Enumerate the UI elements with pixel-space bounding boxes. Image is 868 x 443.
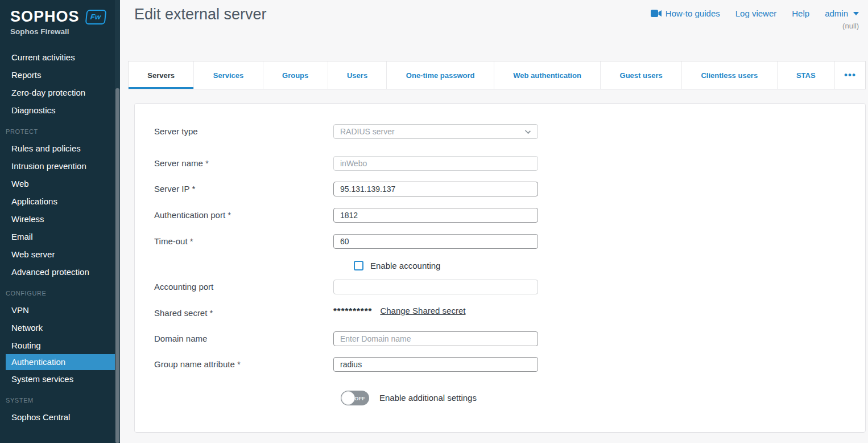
sidebar-item-system-services[interactable]: System services bbox=[0, 370, 115, 388]
sidebar-scrollbar-thumb[interactable] bbox=[115, 88, 119, 443]
server-type-select[interactable]: RADIUS server bbox=[333, 124, 538, 139]
sidebar-scrollbar[interactable] bbox=[115, 0, 120, 443]
tab-clientless-users[interactable]: Clientless users bbox=[681, 61, 776, 89]
top-links: How-to guides Log viewer Help admin bbox=[651, 9, 859, 18]
sidebar-item-wireless[interactable]: Wireless bbox=[0, 210, 115, 228]
sidebar-item-zero-day-protection[interactable]: Zero-day protection bbox=[0, 84, 115, 101]
group-name-attribute-input[interactable] bbox=[333, 357, 538, 372]
help-link[interactable]: Help bbox=[792, 9, 809, 18]
shared-secret-label: Shared secret * bbox=[154, 306, 333, 321]
toggle-off-text: OFF bbox=[354, 395, 365, 401]
tab-groups[interactable]: Groups bbox=[263, 61, 328, 89]
tab-one-time-password[interactable]: One-time password bbox=[386, 61, 493, 89]
timeout-label: Time-out * bbox=[154, 234, 333, 249]
server-ip-label: Server IP * bbox=[154, 182, 333, 196]
enable-accounting-label: Enable accounting bbox=[370, 261, 440, 271]
sidebar-item-network[interactable]: Network bbox=[0, 319, 115, 337]
product-name: Sophos Firewall bbox=[10, 27, 115, 36]
server-ip-input[interactable] bbox=[333, 182, 538, 196]
help-label: Help bbox=[792, 9, 809, 18]
server-name-input[interactable] bbox=[333, 156, 538, 171]
authentication-port-label: Authentication port * bbox=[154, 208, 333, 223]
accounting-port-input[interactable] bbox=[333, 280, 538, 294]
admin-menu[interactable]: admin bbox=[825, 9, 859, 18]
sidebar-item-reports[interactable]: Reports bbox=[0, 66, 115, 84]
group-name-attribute-label: Group name attribute * bbox=[154, 357, 333, 372]
sidebar-item-routing[interactable]: Routing bbox=[0, 337, 115, 354]
section-label-configure: CONFIGURE bbox=[0, 290, 115, 297]
sophos-logo: SOPHOS bbox=[10, 8, 80, 26]
tab-stas[interactable]: STAS bbox=[777, 61, 834, 89]
tab-more-ellipsis[interactable]: ••• bbox=[834, 61, 865, 89]
sidebar-item-web-server[interactable]: Web server bbox=[0, 245, 115, 263]
video-camera-icon bbox=[651, 10, 662, 17]
sidebar-item-current-activities[interactable]: Current activities bbox=[0, 48, 115, 66]
user-context-text: (null) bbox=[842, 22, 859, 30]
sidebar-item-vpn[interactable]: VPN bbox=[0, 301, 115, 319]
sidebar-item-advanced-protection[interactable]: Advanced protection bbox=[0, 263, 115, 281]
sidebar-item-rules-and-policies[interactable]: Rules and policies bbox=[0, 140, 115, 157]
caret-down-icon bbox=[853, 12, 859, 15]
enable-accounting-checkbox[interactable] bbox=[354, 261, 363, 270]
timeout-input[interactable] bbox=[333, 234, 538, 249]
tab-strip: Servers Services Groups Users One-time p… bbox=[128, 61, 866, 89]
accounting-port-label: Accounting port bbox=[154, 280, 333, 294]
sidebar-item-diagnostics[interactable]: Diagnostics bbox=[0, 101, 115, 119]
sidebar-item-intrusion-prevention[interactable]: Intrusion prevention bbox=[0, 157, 115, 175]
main-area: Edit external server How-to guides Log v… bbox=[120, 0, 868, 443]
authentication-port-input[interactable] bbox=[333, 208, 538, 223]
tab-guest-users[interactable]: Guest users bbox=[600, 61, 681, 89]
page-title: Edit external server bbox=[134, 6, 267, 23]
tab-services[interactable]: Services bbox=[193, 61, 262, 89]
section-label-system: SYSTEM bbox=[0, 397, 115, 404]
server-form-card: Server type RADIUS server Server name * … bbox=[134, 103, 866, 433]
tab-users[interactable]: Users bbox=[328, 61, 387, 89]
domain-name-label: Domain name bbox=[154, 331, 333, 346]
sidebar-item-web[interactable]: Web bbox=[0, 175, 115, 192]
tab-servers[interactable]: Servers bbox=[129, 61, 193, 89]
sidebar-nav: Current activities Reports Zero-day prot… bbox=[0, 48, 115, 426]
additional-settings-toggle[interactable]: OFF bbox=[341, 391, 369, 405]
change-shared-secret-link[interactable]: Change Shared secret bbox=[380, 306, 465, 316]
sidebar-item-applications[interactable]: Applications bbox=[0, 192, 115, 210]
how-to-guides-label: How-to guides bbox=[666, 9, 720, 18]
log-viewer-link[interactable]: Log viewer bbox=[735, 9, 777, 18]
server-name-label: Server name * bbox=[154, 156, 333, 171]
how-to-guides-link[interactable]: How-to guides bbox=[651, 9, 720, 18]
shared-secret-masked-value: ********** bbox=[333, 306, 372, 316]
sidebar-item-sophos-central[interactable]: Sophos Central bbox=[0, 408, 115, 426]
log-viewer-label: Log viewer bbox=[735, 9, 777, 18]
firewall-fw-badge-icon: Fw bbox=[85, 10, 106, 24]
sidebar-item-email[interactable]: Email bbox=[0, 228, 115, 245]
section-label-protect: PROTECT bbox=[0, 128, 115, 135]
chevron-down-icon bbox=[525, 128, 531, 134]
toggle-knob bbox=[341, 391, 355, 405]
app-window: SOPHOS Fw Sophos Firewall Current activi… bbox=[0, 0, 868, 443]
server-type-value: RADIUS server bbox=[340, 127, 395, 136]
sidebar-item-authentication[interactable]: Authentication bbox=[6, 354, 115, 370]
tab-web-authentication[interactable]: Web authentication bbox=[494, 61, 600, 89]
server-type-label: Server type bbox=[154, 124, 333, 139]
sidebar: SOPHOS Fw Sophos Firewall Current activi… bbox=[0, 0, 120, 443]
logo-block: SOPHOS Fw Sophos Firewall bbox=[0, 0, 115, 36]
admin-label: admin bbox=[825, 9, 848, 18]
additional-settings-label: Enable additional settings bbox=[379, 391, 477, 405]
domain-name-input[interactable] bbox=[333, 331, 538, 346]
